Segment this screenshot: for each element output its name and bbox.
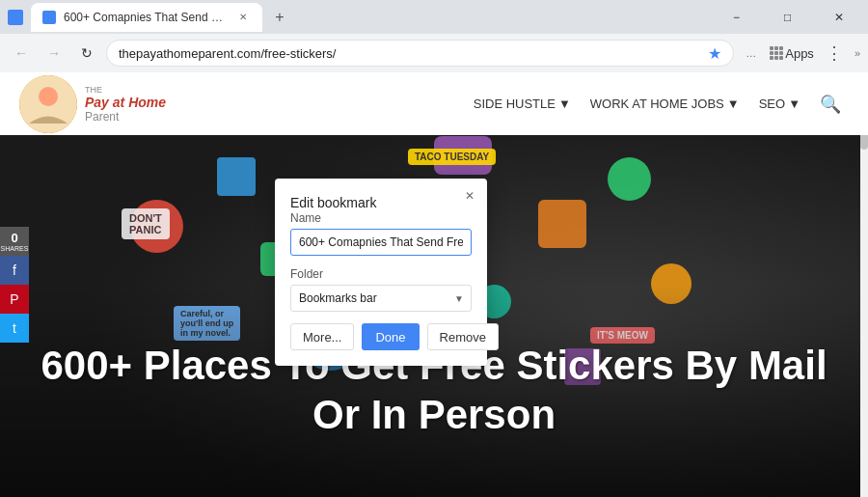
window-controls: − □ ✕ bbox=[715, 0, 860, 34]
close-button[interactable]: ✕ bbox=[817, 0, 860, 34]
share-count: 0 bbox=[11, 231, 17, 245]
extensions-button[interactable]: … bbox=[740, 45, 762, 61]
refresh-button[interactable]: ↻ bbox=[73, 40, 100, 67]
sticker-decoration bbox=[217, 157, 256, 196]
popup-title: Edit bookmark bbox=[290, 195, 376, 210]
share-count-container: 0 SHARES bbox=[0, 227, 29, 256]
scrollbar[interactable] bbox=[860, 72, 868, 497]
nav-work-at-home[interactable]: WORK AT HOME JOBS ▼ bbox=[583, 93, 747, 115]
search-button[interactable]: 🔍 bbox=[812, 90, 849, 119]
dropdown-icon: ▼ bbox=[558, 97, 571, 111]
social-sidebar: 0 SHARES f P t bbox=[0, 227, 29, 343]
tab-favicon bbox=[42, 11, 56, 24]
logo-main: Pay at Home bbox=[85, 95, 166, 110]
back-button[interactable]: ← bbox=[8, 40, 35, 67]
logo-image bbox=[19, 75, 77, 133]
sticker-decoration bbox=[608, 157, 651, 201]
nav-links: SIDE HUSTLE ▼ WORK AT HOME JOBS ▼ SEO ▼ … bbox=[466, 90, 849, 119]
url-text: thepayathomeparent.com/free-stickers/ bbox=[119, 46, 702, 61]
tab-close-button[interactable]: ✕ bbox=[235, 10, 251, 25]
minimize-button[interactable]: − bbox=[715, 0, 758, 34]
name-input[interactable] bbox=[290, 229, 472, 256]
forward-button[interactable]: → bbox=[41, 40, 68, 67]
nav-seo[interactable]: SEO ▼ bbox=[751, 93, 808, 115]
app-icon bbox=[8, 10, 23, 25]
active-tab[interactable]: 600+ Comapnies That Send Free Stickers B… bbox=[31, 3, 262, 32]
bookmark-popup: Edit bookmark ✕ Name Folder Bookmarks ba… bbox=[275, 179, 487, 366]
maximize-button[interactable]: □ bbox=[766, 0, 809, 34]
folder-field: Folder Bookmarks bar Other bookmarks ▼ bbox=[290, 267, 472, 312]
logo-parent: Parent bbox=[85, 110, 166, 124]
chrome-menu-button[interactable]: ⋮ bbox=[822, 41, 847, 66]
svg-point-1 bbox=[39, 87, 58, 106]
remove-button[interactable]: Remove bbox=[427, 323, 499, 350]
dropdown-icon: ▼ bbox=[727, 97, 740, 111]
sidebar-expand-button[interactable]: » bbox=[854, 47, 860, 59]
pinterest-share-button[interactable]: P bbox=[0, 285, 29, 314]
name-label: Name bbox=[290, 211, 472, 225]
folder-select[interactable]: Bookmarks bar Other bookmarks bbox=[290, 285, 472, 312]
popup-close-button[interactable]: ✕ bbox=[460, 186, 479, 206]
title-bar: 600+ Comapnies That Send Free Stickers B… bbox=[0, 0, 868, 34]
bookmark-star-icon[interactable]: ★ bbox=[708, 44, 721, 63]
logo-text: THE Pay at Home Parent bbox=[85, 85, 166, 124]
more-button[interactable]: More... bbox=[290, 323, 354, 350]
logo-the: THE bbox=[85, 85, 166, 95]
facebook-share-button[interactable]: f bbox=[0, 256, 29, 285]
popup-buttons: More... Done Remove bbox=[290, 323, 472, 350]
sticker-label: DON'TPANIC bbox=[122, 208, 170, 239]
done-button[interactable]: Done bbox=[362, 323, 419, 350]
address-bar: ← → ↻ thepayathomeparent.com/free-sticke… bbox=[0, 34, 868, 72]
twitter-share-button[interactable]: t bbox=[0, 314, 29, 343]
apps-label: Apps bbox=[785, 46, 814, 61]
shares-label: SHARES bbox=[1, 245, 29, 252]
folder-select-wrapper: Bookmarks bar Other bookmarks ▼ bbox=[290, 285, 472, 312]
sticker-decoration bbox=[538, 200, 586, 248]
folder-label: Folder bbox=[290, 267, 472, 281]
apps-link[interactable]: Apps bbox=[764, 44, 820, 63]
website-content: DON'TPANIC TACO TUESDAY IT'S MEOW Carefu… bbox=[0, 72, 868, 497]
name-field: Name bbox=[290, 211, 472, 256]
sticker-label: TACO TUESDAY bbox=[408, 149, 496, 165]
url-bar[interactable]: thepayathomeparent.com/free-stickers/ ★ bbox=[106, 40, 734, 67]
browser-window: 600+ Comapnies That Send Free Stickers B… bbox=[0, 0, 868, 497]
site-logo: THE Pay at Home Parent bbox=[19, 75, 166, 133]
nav-bar: THE Pay at Home Parent SIDE HUSTLE ▼ WOR… bbox=[0, 72, 868, 135]
tab-title: 600+ Comapnies That Send Free Stickers B… bbox=[64, 11, 228, 24]
dropdown-icon: ▼ bbox=[788, 97, 800, 111]
nav-side-hustle[interactable]: SIDE HUSTLE ▼ bbox=[466, 93, 579, 115]
new-tab-button[interactable]: + bbox=[266, 4, 293, 31]
